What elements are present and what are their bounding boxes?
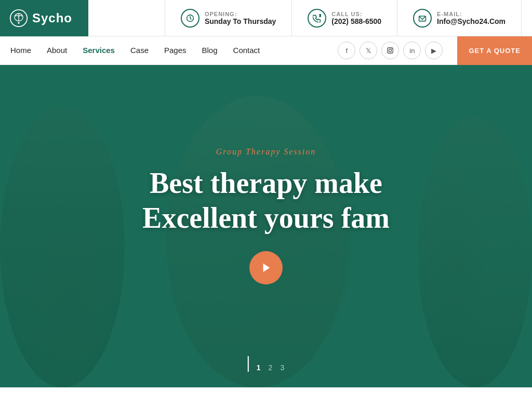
top-info-area: OPENING: Sunday To Thursday 24 CALL US: … [165,0,522,36]
nav-link-about[interactable]: About [47,46,67,55]
phone-label: CALL US: [331,11,381,17]
email-icon [413,9,432,28]
nav-link-services[interactable]: Services [83,46,115,55]
email-info: E-MAIL: Info@Sycho24.Com [397,0,522,36]
hero-title: Best therapy make Excellent yours fam [142,166,390,236]
logo[interactable]: Sycho [0,0,88,36]
nav-link-blog[interactable]: Blog [202,46,218,55]
nav-item-case[interactable]: Case [130,46,149,55]
svg-rect-7 [388,48,393,54]
hero-title-line1: Best therapy make [150,167,382,199]
nav-link-home[interactable]: Home [10,46,31,55]
opening-value: Sunday To Thursday [205,17,276,25]
linkedin-icon[interactable]: in [403,42,421,59]
email-value: Info@Sycho24.Com [437,17,506,25]
facebook-icon[interactable]: f [338,42,355,59]
nav-links: Home About Services Case Pages Blog Cont… [10,46,260,55]
twitter-icon[interactable]: 𝕏 [360,42,377,59]
nav-item-blog[interactable]: Blog [202,46,218,55]
phone-icon: 24 [308,9,326,28]
opening-info: OPENING: Sunday To Thursday [165,0,291,36]
opening-label: OPENING: [205,11,276,17]
nav-item-services[interactable]: Services [83,46,115,55]
social-links: f 𝕏 in ▶ GET A QUOTE [338,36,522,65]
top-bar: Sycho OPENING: Sunday To Thursday 24 [0,0,532,36]
svg-point-8 [389,49,392,51]
nav-item-pages[interactable]: Pages [164,46,187,55]
play-icon [260,262,272,273]
youtube-icon[interactable]: ▶ [425,42,443,59]
phone-value: (202) 588-6500 [331,17,381,25]
slide-indicators: 1 2 3 [248,356,284,372]
svg-point-9 [392,48,392,49]
get-quote-button[interactable]: GET A QUOTE [457,36,532,65]
nav-link-contact[interactable]: Contact [233,46,260,55]
hero-title-line2: Excellent yours fam [142,202,390,234]
play-button[interactable] [249,251,283,284]
svg-point-3 [18,22,20,24]
instagram-icon[interactable] [381,42,399,59]
nav-link-case[interactable]: Case [130,46,149,55]
hero-subtitle: Group Therapy Session [216,147,316,157]
clock-icon [181,9,200,28]
phone-info: 24 CALL US: (202) 588-6500 [291,0,397,36]
slide-progress-fill [248,356,249,372]
email-label: E-MAIL: [437,11,506,17]
brain-icon [9,9,28,28]
navbar: Home About Services Case Pages Blog Cont… [0,36,532,65]
hero-section: Group Therapy Session Best therapy make … [0,65,532,387]
svg-marker-10 [263,264,270,272]
nav-item-home[interactable]: Home [10,46,31,55]
nav-link-pages[interactable]: Pages [164,46,187,55]
svg-text:24: 24 [320,14,321,17]
nav-item-contact[interactable]: Contact [233,46,260,55]
slide-indicator-3[interactable]: 3 [280,363,284,372]
logo-text: Sycho [32,11,72,25]
slide-indicator-1[interactable]: 1 [257,363,261,372]
hero-content: Group Therapy Session Best therapy make … [0,65,532,387]
slide-indicator-2[interactable]: 2 [269,363,273,372]
nav-item-about[interactable]: About [47,46,67,55]
slide-progress-bar [248,356,249,372]
